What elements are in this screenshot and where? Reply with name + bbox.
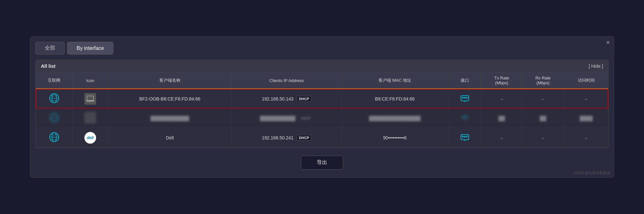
col-header-tx: Tx Rate (Mbps) [481, 72, 522, 89]
main-dialog: × 全部 By interface All list [ Hide ] 互联网 … [30, 36, 614, 178]
col-header-rx: Rx Rate (Mbps) [522, 72, 564, 89]
svg-rect-9 [464, 97, 465, 99]
cell-mac-2: ████████████████ [341, 109, 448, 128]
generic-device-icon [84, 112, 96, 124]
wifi-interface-icon-2 [460, 113, 470, 123]
svg-point-17 [464, 120, 465, 121]
ethernet-interface-icon-3 [460, 132, 470, 142]
ethernet-interface-icon-1 [460, 93, 470, 103]
cell-ip-3: 192.168.50.241 DHCP [232, 128, 341, 148]
laptop-device-icon [84, 93, 96, 105]
globe-icon [48, 131, 60, 143]
ip-value-3: 192.168.50.241 [262, 135, 293, 140]
col-header-mac: 客户端 MAC 地址 [341, 72, 448, 89]
dhcp-badge-2: DHCP [299, 115, 313, 121]
cell-rx-1: – [522, 89, 564, 109]
globe-icon [48, 112, 60, 124]
cell-icon-1 [73, 89, 108, 109]
close-button[interactable]: × [606, 39, 610, 46]
svg-rect-10 [466, 97, 467, 99]
cell-access-3: – [564, 128, 608, 148]
export-button[interactable]: 导出 [301, 156, 343, 170]
cell-name-2: ████████████ [108, 109, 232, 128]
tab-all[interactable]: 全部 [35, 42, 65, 54]
cell-access-2: ████ [564, 109, 608, 128]
table-row: BF2-OOB-B8:CE:F6:FD:84:66 192.168.50.143… [36, 89, 608, 109]
col-header-interface: 接口 [448, 72, 481, 89]
cell-icon-2 [73, 109, 108, 128]
table-row: dell Dell 192.168.50.241 DHCP 90••••••••… [36, 128, 608, 148]
col-header-client-name: 客户端名称 [108, 72, 232, 89]
svg-rect-8 [462, 97, 464, 99]
tab-by-interface[interactable]: By interface [67, 42, 113, 54]
cell-interface-3 [448, 128, 481, 148]
col-header-ip: Clients IP Address [232, 72, 341, 89]
svg-rect-5 [87, 96, 93, 101]
svg-rect-6 [86, 101, 94, 101]
cell-ip-1: 192.168.50.143 DHCP [232, 89, 341, 109]
col-header-access: 访问时间 [564, 72, 608, 89]
table-header-row: 互联网 Icon 客户端名称 Clients IP Address 客户端 MA… [36, 72, 608, 89]
cell-internet-1 [36, 89, 73, 109]
cell-internet-3 [36, 128, 73, 148]
cell-rx-2: ██ [522, 109, 564, 128]
table-row: ████████████ ███████████ DHCP ██████████… [36, 109, 608, 128]
cell-tx-2: ██ [481, 109, 522, 128]
watermark: CSDN @北冥有鱼被冻 [574, 171, 610, 175]
panel-header: All list [ Hide ] [36, 60, 608, 72]
tab-bar: 全部 By interface [35, 42, 609, 54]
dhcp-badge-3: DHCP [297, 135, 311, 141]
dhcp-badge-1: DHCP [297, 96, 311, 102]
cell-ip-2: ███████████ DHCP [232, 109, 341, 128]
ip-value-2: ███████████ [260, 116, 295, 121]
cell-interface-1 [448, 89, 481, 109]
cell-access-1: – [564, 89, 608, 109]
globe-icon [48, 92, 60, 104]
cell-rx-3: – [522, 128, 564, 148]
clients-table: 互联网 Icon 客户端名称 Clients IP Address 客户端 MA… [36, 72, 608, 148]
col-header-icon: Icon [73, 72, 108, 89]
panel-title: All list [41, 63, 56, 69]
cell-mac-3: 90••••••••••8 [341, 128, 448, 148]
cell-mac-1: B8:CE:F6:FD:84:66 [341, 89, 448, 109]
dell-device-icon: dell [84, 132, 96, 144]
cell-name-3: Dell [108, 128, 232, 148]
svg-rect-24 [462, 136, 464, 137]
svg-rect-25 [464, 136, 465, 137]
cell-name-1: BF2-OOB-B8:CE:F6:FD:84:66 [108, 89, 232, 109]
all-list-panel: All list [ Hide ] 互联网 Icon 客户端名称 Clients… [35, 60, 609, 148]
ip-value-1: 192.168.50.143 [262, 96, 293, 101]
cell-interface-2 [448, 109, 481, 128]
cell-internet-2 [36, 109, 73, 128]
cell-tx-3: – [481, 128, 522, 148]
hide-button[interactable]: [ Hide ] [589, 64, 603, 69]
svg-rect-26 [466, 136, 467, 137]
export-bar: 导出 [35, 153, 609, 172]
cell-icon-3: dell [73, 128, 108, 148]
col-header-internet: 互联网 [36, 72, 73, 89]
cell-tx-1: – [481, 89, 522, 109]
